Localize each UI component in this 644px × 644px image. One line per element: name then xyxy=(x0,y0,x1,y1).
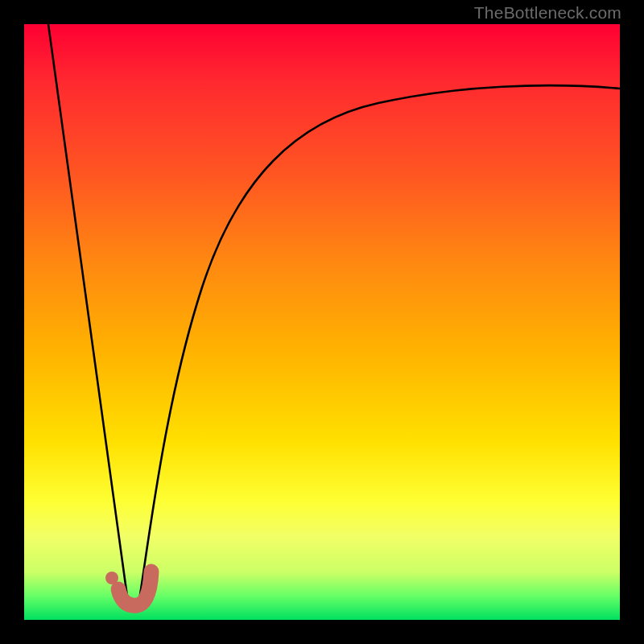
rising-right-branch xyxy=(138,85,620,605)
chart-frame: TheBottleneck.com xyxy=(0,0,644,644)
plot-area xyxy=(24,24,620,620)
watermark-text: TheBottleneck.com xyxy=(474,3,621,23)
marker-j-accent xyxy=(118,572,151,605)
marker-dot xyxy=(105,572,118,584)
descending-left-branch xyxy=(48,24,127,597)
chart-lines xyxy=(24,24,620,620)
